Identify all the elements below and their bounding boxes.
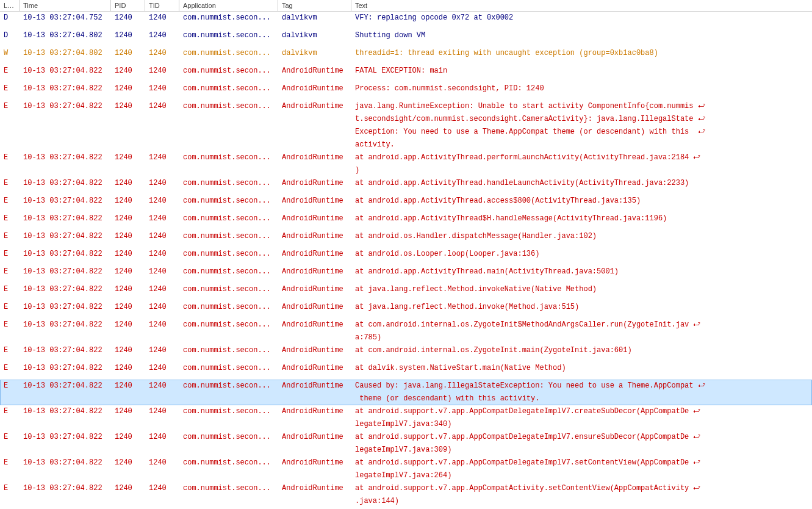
- cell-tag: AndroidRuntime: [278, 482, 351, 495]
- log-row[interactable]: E10-13 03:27:04.82212401240com.nummist.s…: [0, 301, 812, 319]
- cell-time: 10-13 03:27:04.822: [20, 380, 111, 392]
- cell-time: 10-13 03:27:04.822: [20, 65, 111, 78]
- log-row[interactable]: E10-13 03:27:04.82212401240com.nummist.s…: [0, 100, 812, 151]
- column-header-pid[interactable]: PID: [111, 0, 145, 11]
- cell-time: 10-13 03:27:04.822: [20, 319, 111, 331]
- log-row[interactable]: E10-13 03:27:04.82212401240com.nummist.s…: [0, 319, 812, 344]
- logcat-rows: D10-13 03:27:04.75212401240com.nummist.s…: [0, 12, 812, 509]
- log-row[interactable]: D10-13 03:27:04.75212401240com.nummist.s…: [0, 12, 812, 29]
- cell-text: FATAL EXCEPTION: main: [351, 65, 812, 78]
- log-row[interactable]: E10-13 03:27:04.82212401240com.nummist.s…: [0, 482, 812, 508]
- cell-tid: 1240: [145, 248, 179, 261]
- cell-text: at dalvik.system.NativeStart.main(Native…: [351, 362, 812, 375]
- column-header-application[interactable]: Application: [179, 0, 278, 11]
- cell-tag: AndroidRuntime: [278, 319, 351, 331]
- cell-tag: dalvikvm: [278, 29, 351, 42]
- cell-pid: 1240: [111, 47, 145, 60]
- cell-text: at android.os.Looper.loop(Looper.java:13…: [351, 248, 812, 261]
- cell-pid: 1240: [111, 362, 145, 375]
- cell-application: com.nummist.secon...: [179, 100, 278, 118]
- log-row[interactable]: D10-13 03:27:04.80212401240com.nummist.s…: [0, 29, 812, 47]
- cell-tid: 1240: [145, 431, 179, 444]
- log-row[interactable]: E10-13 03:27:04.82212401240com.nummist.s…: [0, 195, 812, 212]
- cell-tid: 1240: [145, 265, 179, 278]
- cell-pid: 1240: [111, 82, 145, 95]
- cell-tag: AndroidRuntime: [278, 265, 351, 278]
- cell-time: 10-13 03:27:04.822: [20, 431, 111, 444]
- cell-application: com.nummist.secon...: [179, 151, 278, 169]
- log-row[interactable]: E10-13 03:27:04.82212401240com.nummist.s…: [0, 212, 812, 230]
- cell-tid: 1240: [145, 405, 179, 418]
- cell-pid: 1240: [111, 431, 145, 444]
- cell-level: E: [0, 482, 20, 495]
- cell-application: com.nummist.secon...: [179, 362, 278, 380]
- cell-tag: AndroidRuntime: [278, 248, 351, 261]
- cell-pid: 1240: [111, 195, 145, 208]
- cell-tag: AndroidRuntime: [278, 100, 351, 113]
- cell-time: 10-13 03:27:04.822: [20, 362, 111, 375]
- cell-application: com.nummist.secon...: [179, 29, 278, 47]
- cell-application: com.nummist.secon...: [179, 177, 278, 195]
- cell-application: com.nummist.secon...: [179, 482, 278, 500]
- column-header-tid[interactable]: TID: [145, 0, 179, 11]
- log-row[interactable]: E10-13 03:27:04.82212401240com.nummist.s…: [0, 82, 812, 100]
- column-header-time[interactable]: Time: [20, 0, 111, 11]
- cell-application: com.nummist.secon...: [179, 212, 278, 230]
- cell-tid: 1240: [145, 283, 179, 296]
- cell-tag: AndroidRuntime: [278, 151, 351, 164]
- cell-text: at android.app.ActivityThread.main(Activ…: [351, 265, 812, 278]
- column-header-tag[interactable]: Tag: [278, 0, 351, 11]
- cell-level: E: [0, 82, 20, 95]
- cell-level: E: [0, 230, 20, 243]
- log-row[interactable]: E10-13 03:27:04.82212401240com.nummist.s…: [0, 65, 812, 82]
- cell-level: E: [0, 212, 20, 225]
- cell-application: com.nummist.secon...: [179, 230, 278, 248]
- cell-tid: 1240: [145, 177, 179, 190]
- cell-tag: AndroidRuntime: [278, 212, 351, 225]
- cell-time: 10-13 03:27:04.822: [20, 230, 111, 243]
- log-row[interactable]: E10-13 03:27:04.82212401240com.nummist.s…: [0, 151, 812, 177]
- cell-application: com.nummist.secon...: [179, 283, 278, 301]
- cell-pid: 1240: [111, 100, 145, 113]
- cell-level: E: [0, 65, 20, 78]
- cell-time: 10-13 03:27:04.802: [20, 47, 111, 60]
- cell-time: 10-13 03:27:04.822: [20, 177, 111, 190]
- cell-text: at android.app.ActivityThread$H.handleMe…: [351, 212, 812, 225]
- column-header-level[interactable]: L…: [0, 0, 20, 11]
- log-row[interactable]: E10-13 03:27:04.82212401240com.nummist.s…: [0, 362, 812, 380]
- log-row[interactable]: E10-13 03:27:04.82212401240com.nummist.s…: [0, 344, 812, 362]
- cell-time: 10-13 03:27:04.822: [20, 301, 111, 314]
- cell-application: com.nummist.secon...: [179, 380, 278, 397]
- cell-pid: 1240: [111, 12, 145, 24]
- column-header-text[interactable]: Text: [351, 0, 812, 11]
- cell-tid: 1240: [145, 319, 179, 331]
- cell-level: D: [0, 12, 20, 24]
- log-row[interactable]: E10-13 03:27:04.82212401240com.nummist.s…: [0, 405, 812, 431]
- log-row[interactable]: E10-13 03:27:04.82212401240com.nummist.s…: [0, 431, 812, 457]
- cell-pid: 1240: [111, 319, 145, 331]
- cell-level: E: [0, 319, 20, 331]
- cell-text: at android.os.Handler.dispatchMessage(Ha…: [351, 230, 812, 243]
- log-row[interactable]: E10-13 03:27:04.82212401240com.nummist.s…: [0, 265, 812, 283]
- log-row[interactable]: E10-13 03:27:04.82212401240com.nummist.s…: [0, 248, 812, 265]
- log-row[interactable]: E10-13 03:27:04.82212401240com.nummist.s…: [0, 283, 812, 301]
- log-row[interactable]: E10-13 03:27:04.82212401240com.nummist.s…: [0, 380, 812, 405]
- log-row[interactable]: E10-13 03:27:04.82212401240com.nummist.s…: [0, 230, 812, 248]
- log-row[interactable]: E10-13 03:27:04.82212401240com.nummist.s…: [0, 177, 812, 195]
- cell-pid: 1240: [111, 230, 145, 243]
- cell-application: com.nummist.secon...: [179, 47, 278, 65]
- cell-application: com.nummist.secon...: [179, 431, 278, 449]
- cell-pid: 1240: [111, 405, 145, 418]
- log-row[interactable]: E10-13 03:27:04.82212401240com.nummist.s…: [0, 457, 812, 482]
- cell-text: java.lang.RuntimeException: Unable to st…: [351, 100, 812, 151]
- cell-tid: 1240: [145, 380, 179, 392]
- log-row[interactable]: W10-13 03:27:04.80212401240com.nummist.s…: [0, 47, 812, 65]
- cell-tid: 1240: [145, 301, 179, 314]
- cell-text: threadid=1: thread exiting with uncaught…: [351, 47, 812, 60]
- cell-pid: 1240: [111, 283, 145, 296]
- cell-tag: AndroidRuntime: [278, 195, 351, 208]
- cell-pid: 1240: [111, 265, 145, 278]
- cell-tid: 1240: [145, 29, 179, 42]
- cell-application: com.nummist.secon...: [179, 265, 278, 283]
- cell-tag: AndroidRuntime: [278, 457, 351, 469]
